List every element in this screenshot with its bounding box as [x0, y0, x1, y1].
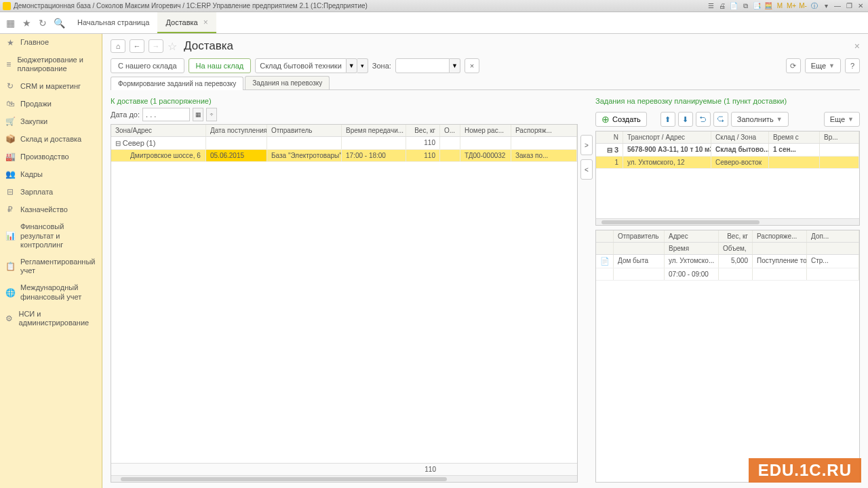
nav-sidebar: ★Главное ≡Бюджетирование и планирование …	[0, 34, 102, 488]
list-icon: ≡	[5, 60, 12, 69]
chevron-down-icon[interactable]: ▼	[450, 58, 460, 73]
sidebar-item-treasury[interactable]: ₽Казначейство	[0, 201, 102, 218]
table-icon: ⊟	[5, 187, 15, 197]
more-right-button[interactable]: Еще▼	[824, 112, 860, 127]
table-row[interactable]: 07:00 - 09:00	[596, 268, 859, 281]
col-order[interactable]: Распоряж...	[511, 125, 577, 136]
home-button[interactable]: ⌂	[111, 39, 125, 53]
sidebar-item-regulated[interactable]: 📋Регламентированный учет	[0, 253, 102, 279]
col-date[interactable]: Дата поступления	[206, 125, 267, 136]
back-button[interactable]: ←	[130, 39, 144, 53]
main-tabbar: ▦ ★ ↻ 🔍 Начальная страница Доставка×	[0, 12, 868, 34]
sidebar-item-hr[interactable]: 👥Кадры	[0, 165, 102, 183]
sidebar-item-crm[interactable]: ↻CRM и маркетинг	[0, 77, 102, 95]
left-section-title: К доставке (1 распоряжение)	[111, 97, 578, 105]
col-time[interactable]: Время передачи...	[342, 125, 406, 136]
table-row[interactable]: Дмитровское шоссе, 6 05.06.2015 База "Эл…	[111, 150, 577, 162]
sidebar-item-warehouse[interactable]: 📦Склад и доставка	[0, 130, 102, 148]
chevron-down-icon[interactable]: ▼	[347, 58, 357, 73]
ruble-icon: ₽	[5, 205, 15, 214]
sidebar-item-admin[interactable]: ⚙НСИ и администрирование	[0, 306, 102, 331]
history-icon[interactable]: ↻	[35, 16, 50, 30]
tb-icon[interactable]: M	[775, 1, 785, 11]
down-button[interactable]: ⬇	[678, 112, 693, 127]
help-button[interactable]: ?	[845, 58, 860, 73]
maximize-icon[interactable]: ❐	[844, 1, 854, 11]
clipboard-icon: 📋	[5, 262, 15, 271]
sidebar-item-main[interactable]: ★Главное	[0, 34, 102, 52]
tb-icon[interactable]: ⧉	[741, 1, 750, 11]
app-icon	[3, 2, 11, 10]
to-warehouse-button[interactable]: На наш склад	[189, 58, 252, 73]
refresh-button[interactable]: ⟳	[786, 58, 801, 73]
tasks-grid: N Транспорт / Адрес Склад / Зона Время с…	[595, 131, 860, 226]
subtab-tasks[interactable]: Задания на перевозку	[245, 76, 330, 89]
table-row[interactable]: 📄 Дом быта ул. Ухтомско... 5,000 Поступл…	[596, 255, 859, 268]
scrollbar-horizontal[interactable]	[111, 475, 577, 482]
scrollbar-horizontal[interactable]	[596, 218, 859, 225]
content-area: ⌂ ← → ☆ Доставка × С нашего склада На на…	[102, 34, 868, 488]
more-button[interactable]: Еще▼	[805, 58, 841, 73]
plus-icon: ⊕	[601, 114, 610, 125]
create-button[interactable]: ⊕Создать	[595, 112, 647, 127]
sidebar-item-finance[interactable]: 📊Финансовый результат и контроллинг	[0, 218, 102, 253]
tb-icon[interactable]: 📑	[752, 1, 762, 11]
col-weight[interactable]: Вес, кг	[406, 125, 440, 136]
fill-button[interactable]: Заполнить▼	[731, 112, 789, 127]
tb-icon[interactable]: 📄	[729, 1, 738, 11]
sidebar-item-purchases[interactable]: 🛒Закупки	[0, 113, 102, 130]
refresh-icon: ↻	[5, 81, 15, 91]
star-icon[interactable]: ★	[19, 16, 34, 30]
tab-delivery[interactable]: Доставка×	[157, 12, 216, 33]
forward-button[interactable]: →	[149, 39, 163, 53]
tab-close-icon[interactable]: ×	[203, 18, 208, 27]
col-num[interactable]: Номер рас...	[460, 125, 511, 136]
minimize-icon[interactable]: —	[833, 1, 842, 11]
tab-home[interactable]: Начальная страница	[69, 12, 157, 33]
table-row[interactable]: 1 ул. Ухтомского, 12 Северо-восток	[596, 157, 859, 169]
table-row[interactable]: ⊟ 3 5678-900 АЗ-11, 10 т 10 м3 Склад быт…	[596, 144, 859, 157]
forward-arrow-button[interactable]: ⮎	[713, 112, 728, 127]
col-zone[interactable]: Зона/Адрес	[111, 125, 206, 136]
footer-weight: 110	[406, 464, 440, 475]
calendar-icon[interactable]: ▦	[193, 108, 203, 121]
tb-icon[interactable]: 🖨	[717, 1, 727, 11]
search-icon[interactable]: 🔍	[52, 16, 66, 30]
sidebar-item-intl[interactable]: 🌐Международный финансовый учет	[0, 279, 102, 305]
sidebar-item-production[interactable]: 🏭Производство	[0, 148, 102, 165]
warehouse-select[interactable]: Склад бытовой техники▼▾	[255, 58, 368, 73]
up-button[interactable]: ⬆	[660, 112, 675, 127]
tb-icon[interactable]: M-	[798, 1, 808, 11]
factory-icon: 🏭	[5, 152, 15, 161]
right-section-title: Задания на перевозку планируемые (1 пунк…	[595, 97, 860, 105]
col-o[interactable]: О...	[440, 125, 460, 136]
subtab-formation[interactable]: Формирование заданий на перевозку	[111, 77, 243, 90]
sidebar-item-sales[interactable]: 🛍Продажи	[0, 95, 102, 113]
page-close-icon[interactable]: ×	[854, 41, 860, 52]
back-arrow-button[interactable]: ⮌	[696, 112, 711, 127]
favorite-icon[interactable]: ☆	[167, 40, 177, 53]
apps-icon[interactable]: ▦	[3, 16, 18, 30]
move-left-button[interactable]: <	[580, 159, 593, 180]
tb-icon[interactable]: ☰	[706, 1, 715, 11]
tb-icon[interactable]: M+	[787, 1, 796, 11]
bag-icon: 🛍	[5, 99, 15, 108]
people-icon: 👥	[5, 169, 15, 179]
sidebar-item-salary[interactable]: ⊟Зарплата	[0, 183, 102, 201]
group-row[interactable]: ⊟ Север (1) 110	[111, 137, 577, 150]
close-icon[interactable]: ✕	[856, 1, 865, 11]
stepper-icon[interactable]: ÷	[206, 108, 217, 121]
date-to-input[interactable]: . . .	[142, 108, 190, 121]
clear-zone-button[interactable]: ×	[465, 58, 479, 73]
from-warehouse-button[interactable]: С нашего склада	[111, 58, 184, 73]
home-icon: ★	[5, 38, 15, 47]
tb-icon[interactable]: ⓘ	[810, 1, 819, 11]
tb-icon[interactable]: 🧮	[764, 1, 773, 11]
move-right-button[interactable]: >	[580, 135, 593, 155]
date-to-label: Дата до:	[111, 110, 140, 119]
sidebar-item-budget[interactable]: ≡Бюджетирование и планирование	[0, 52, 102, 77]
col-sender[interactable]: Отправитель	[267, 125, 342, 136]
gear-icon: ⚙	[5, 314, 13, 323]
tb-icon[interactable]: ▾	[821, 1, 831, 11]
zone-select[interactable]: ▼	[395, 58, 460, 73]
